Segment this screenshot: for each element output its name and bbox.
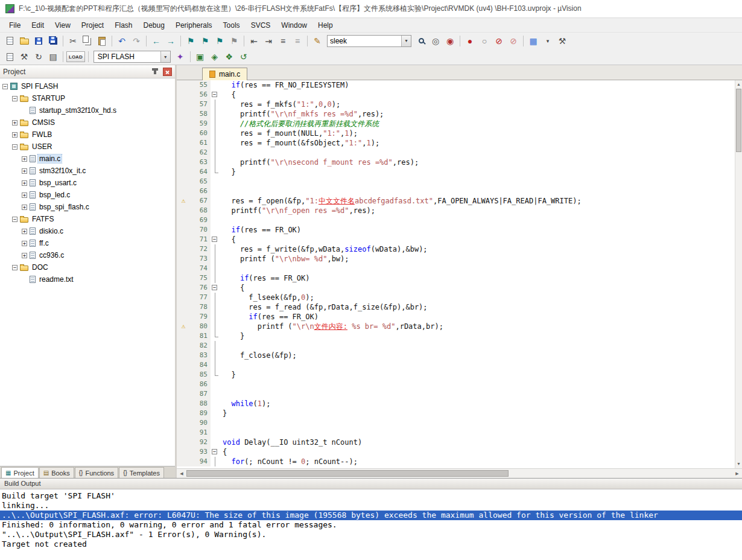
tree-item-cmsis[interactable]: +CMSIS <box>0 116 175 129</box>
code-line-81[interactable]: 81 } <box>177 331 735 341</box>
tree-item-bsp-usart-c[interactable]: +bsp_usart.c <box>0 177 175 189</box>
code-line-86[interactable]: 86 <box>177 380 735 389</box>
find-in-files-icon[interactable] <box>414 34 428 48</box>
chevron-down-icon[interactable]: ▾ <box>401 36 411 46</box>
code-gutter[interactable] <box>177 389 190 399</box>
fold-margin[interactable]: − <box>211 283 220 293</box>
uncomment-icon[interactable]: ≡ <box>291 34 304 48</box>
code-line-62[interactable]: 62 <box>177 148 735 158</box>
code-line-63[interactable]: 63 printf("\r\nsecond f_mount res =%d",r… <box>177 158 735 167</box>
build-output-line[interactable]: Target not created <box>2 539 742 549</box>
build-output-line[interactable]: linking... <box>2 501 742 511</box>
save-all-icon[interactable] <box>46 34 60 48</box>
code-line-89[interactable]: 89} <box>177 409 735 418</box>
find-next-icon[interactable]: ◎ <box>429 34 442 48</box>
code-gutter[interactable] <box>177 341 190 351</box>
code-gutter[interactable] <box>177 177 190 186</box>
code-gutter[interactable] <box>177 293 190 302</box>
expand-icon[interactable]: + <box>22 180 27 186</box>
expand-icon[interactable]: + <box>22 168 27 174</box>
code-gutter[interactable] <box>177 438 190 447</box>
chevron-down-icon[interactable]: ▾ <box>160 51 170 62</box>
code-gutter[interactable] <box>177 100 190 109</box>
tree-item-startup-stm32f10x-hd-s[interactable]: startup_stm32f10x_hd.s <box>0 104 175 116</box>
collapse-icon[interactable]: − <box>12 217 17 222</box>
code-line-79[interactable]: 79 if(res == FR_OK) <box>177 312 735 322</box>
bookmark-toggle-icon[interactable]: ⚑ <box>184 34 197 48</box>
expand-icon[interactable]: + <box>22 241 27 246</box>
code-gutter[interactable] <box>177 351 190 360</box>
code-line-80[interactable]: ⚠80 printf ("\r\n文件内容: %s br= %d",rData,… <box>177 322 735 331</box>
tree-item-fwlb[interactable]: +FWLB <box>0 129 175 141</box>
build-output-line[interactable]: Finished: 0 information, 0 warning, 0 er… <box>2 520 742 530</box>
fold-collapse-icon[interactable]: − <box>212 449 217 454</box>
menu-debug[interactable]: Debug <box>138 19 170 31</box>
code-line-57[interactable]: 57 res = f_mkfs("1:",0,0); <box>177 100 735 109</box>
scroll-down-icon[interactable]: ▼ <box>737 460 741 468</box>
redo-icon[interactable]: ↷ <box>130 34 143 48</box>
fold-margin[interactable]: − <box>211 90 220 100</box>
navigate-back-icon[interactable]: ← <box>150 34 163 48</box>
download-icon[interactable]: LOAD <box>66 51 85 62</box>
build-output-line[interactable]: "..\..\Output\SPI_FLASH.axf" - 1 Error(s… <box>2 530 742 539</box>
code-line-88[interactable]: 88 while(1); <box>177 399 735 409</box>
tree-item-stm32f10x-it-c[interactable]: +stm32f10x_it.c <box>0 165 175 177</box>
code-gutter[interactable] <box>177 418 190 428</box>
code-gutter[interactable] <box>177 331 190 341</box>
code-gutter[interactable] <box>177 90 190 100</box>
window-layout-icon[interactable]: ▦ <box>527 34 540 48</box>
tree-item-main-c[interactable]: +main.c <box>0 153 175 165</box>
code-gutter[interactable] <box>177 447 190 457</box>
menu-flash[interactable]: Flash <box>109 19 138 31</box>
code-gutter[interactable] <box>177 244 190 254</box>
menu-help[interactable]: Help <box>312 19 338 31</box>
fold-collapse-icon[interactable]: − <box>212 285 217 290</box>
close-icon[interactable] <box>163 68 172 76</box>
code-gutter[interactable] <box>177 206 190 215</box>
chevron-down-icon[interactable]: ▾ <box>541 34 554 48</box>
menu-svcs[interactable]: SVCS <box>246 19 276 31</box>
bookmark-next-icon[interactable]: ⚑ <box>213 34 226 48</box>
build-output-line[interactable]: ..\..\Output\SPI_FLASH.axf: error: L6047… <box>0 511 742 520</box>
code-line-56[interactable]: 56− { <box>177 90 735 100</box>
vscrollbar-thumb[interactable] <box>736 89 741 152</box>
menu-tools[interactable]: Tools <box>218 19 246 31</box>
comment-icon[interactable]: ≡ <box>276 34 290 48</box>
target-select[interactable]: SPI FLASH ▾ <box>94 51 171 63</box>
code-gutter[interactable] <box>177 167 190 177</box>
code-gutter[interactable]: ⚠ <box>177 196 190 206</box>
editor-tab-main-c[interactable]: main.c <box>202 68 247 80</box>
insert-breakpoint-icon[interactable]: ● <box>463 34 477 48</box>
tree-item-diskio-c[interactable]: +diskio.c <box>0 225 175 237</box>
undo-icon[interactable]: ↶ <box>115 34 128 48</box>
code-gutter[interactable] <box>177 119 190 129</box>
hscrollbar-thumb[interactable] <box>186 470 509 477</box>
code-gutter[interactable] <box>177 109 190 119</box>
outdent-icon[interactable]: ⇤ <box>247 34 261 48</box>
collapse-icon[interactable]: − <box>12 144 17 150</box>
code-gutter[interactable] <box>177 80 190 90</box>
tree-item-bsp-spi-flash-c[interactable]: +bsp_spi_flash.c <box>0 201 175 213</box>
code-gutter[interactable] <box>177 380 190 389</box>
code-gutter[interactable] <box>177 264 190 273</box>
expand-icon[interactable]: + <box>22 229 27 234</box>
code-line-61[interactable]: 61 res = f_mount(&fsObject,"1:",1); <box>177 138 735 148</box>
code-line-85[interactable]: 85 } <box>177 370 735 380</box>
expand-icon[interactable]: + <box>22 253 27 258</box>
code-gutter[interactable] <box>177 129 190 138</box>
code-line-84[interactable]: 84 <box>177 360 735 370</box>
code-line-71[interactable]: 71− { <box>177 235 735 244</box>
build-icon[interactable]: ⚒ <box>17 50 31 63</box>
code-gutter[interactable] <box>177 360 190 370</box>
expand-icon[interactable]: + <box>22 205 27 210</box>
file-extensions-icon[interactable]: ◈ <box>208 50 221 63</box>
code-gutter[interactable] <box>177 409 190 418</box>
scroll-right-icon[interactable]: ▶ <box>732 471 742 476</box>
options-for-target-icon[interactable]: ✦ <box>174 50 187 63</box>
fold-collapse-icon[interactable]: − <box>212 237 217 242</box>
code-gutter[interactable] <box>177 148 190 158</box>
tree-item-spi-flash[interactable]: −SPI FLASH <box>0 80 175 92</box>
code-line-59[interactable]: 59 //格式化后要取消挂载再重新挂载文件系统 <box>177 119 735 129</box>
code-gutter[interactable] <box>177 235 190 244</box>
books-manage-icon[interactable]: ❖ <box>223 50 236 63</box>
